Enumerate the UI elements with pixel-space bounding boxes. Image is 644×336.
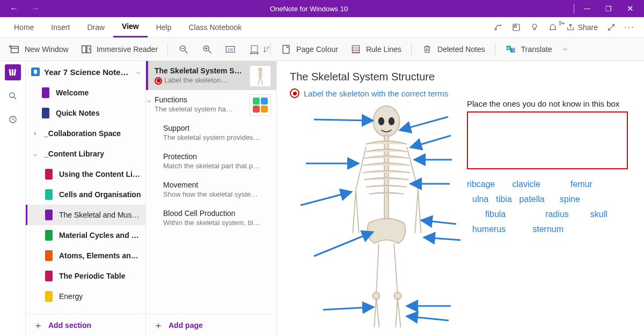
svg-rect-10 <box>283 45 289 53</box>
chevron-icon: ⌵ <box>30 150 40 158</box>
svg-line-40 <box>424 237 460 240</box>
more-icon[interactable]: ··· <box>620 23 639 32</box>
translate-button[interactable]: a字 Translate <box>501 41 557 57</box>
share-button[interactable]: Share <box>562 23 602 32</box>
back-button[interactable]: ← <box>3 4 25 13</box>
chevron-icon: › <box>30 130 40 137</box>
new-window-button[interactable]: New Window <box>4 41 73 57</box>
svg-text:a: a <box>507 46 509 50</box>
svg-line-36 <box>411 136 451 147</box>
section-item[interactable]: The Periodic Table <box>26 266 145 286</box>
page-item[interactable]: Blood Cell ProductionWithin the skeletal… <box>146 204 276 232</box>
page-item[interactable]: MovementShow how the skeletal syste… <box>146 175 276 204</box>
section-item[interactable]: Atoms, Elements and… <box>26 245 145 266</box>
tab-insert[interactable]: Insert <box>42 17 78 38</box>
term-chip[interactable]: patella <box>519 195 545 204</box>
translate-dropdown[interactable] <box>560 46 570 53</box>
tab-draw[interactable]: Draw <box>78 17 113 38</box>
term-chip[interactable]: ulna <box>472 195 488 204</box>
section-tab-icon <box>45 169 53 180</box>
section-item[interactable]: Material Cycles and En… <box>26 225 145 245</box>
zoom-out-button[interactable] <box>173 41 194 57</box>
page-width-button[interactable] <box>244 41 265 57</box>
section-group[interactable]: ›_Collaboration Space <box>26 123 145 144</box>
tab-home[interactable]: Home <box>5 17 42 38</box>
page-title[interactable]: The Skeletal System Structure <box>290 71 631 83</box>
page-body[interactable]: Place the ones you do not know in this b… <box>290 98 631 328</box>
activity-panel: Place the ones you do not know in this b… <box>467 99 628 237</box>
search-icon[interactable] <box>5 88 21 104</box>
section-label: Quick Notes <box>56 109 141 117</box>
bell-icon[interactable]: 9+ <box>544 23 562 32</box>
page-preview: The skeletal system provides… <box>155 133 269 141</box>
section-tab-icon <box>45 189 53 200</box>
rule-lines-button[interactable]: Rule Lines <box>346 41 406 57</box>
term-chip[interactable]: skull <box>590 210 608 219</box>
section-label: Material Cycles and En… <box>59 231 141 240</box>
minimize-button[interactable]: — <box>576 5 598 12</box>
page-canvas[interactable]: The Skeletal System Structure Label the … <box>277 61 644 336</box>
add-section-button[interactable]: ＋Add section <box>26 313 145 336</box>
close-button[interactable]: ✕ <box>619 4 641 13</box>
term-chip[interactable]: fibula <box>485 210 506 219</box>
task-line[interactable]: Label the skeleton with the correct term… <box>290 88 631 98</box>
fullscreen-icon[interactable] <box>602 23 620 32</box>
label-arrows <box>290 98 467 334</box>
term-chip[interactable]: spine <box>560 195 580 204</box>
zoom-out-icon <box>178 43 189 55</box>
page-item[interactable]: ProtectionMatch the skeletal part that p… <box>146 147 276 175</box>
section-item[interactable]: Quick Notes <box>26 103 145 123</box>
sort-pages-icon[interactable] <box>262 45 271 55</box>
zoom-in-button[interactable] <box>197 41 217 57</box>
section-label: Using the Content Lib… <box>59 170 141 178</box>
maximize-button[interactable]: ❐ <box>598 5 619 13</box>
todo-tag-icon[interactable] <box>290 88 299 98</box>
chevron-down-icon: ⌵ <box>136 68 140 76</box>
term-chip[interactable]: humerus <box>472 225 506 234</box>
recent-icon[interactable] <box>5 111 21 128</box>
page-item[interactable]: The Skeletal System St…Label the skeleto… <box>146 61 276 90</box>
deleted-notes-button[interactable]: Deleted Notes <box>417 41 489 57</box>
svg-line-30 <box>314 120 373 121</box>
tab-view[interactable]: View <box>113 17 148 38</box>
sync-icon[interactable] <box>489 23 507 32</box>
page-item[interactable]: ⌵FunctionsThe skeletal system ha… <box>146 90 276 118</box>
svg-point-22 <box>258 68 262 72</box>
page-colour-button[interactable]: Page Colour <box>276 41 342 57</box>
forward-button[interactable]: → <box>25 4 46 13</box>
zoom-100-button[interactable]: 100 <box>221 41 241 57</box>
content-area: Year 7 Science Notebook ⌵ WelcomeQuick N… <box>0 61 644 336</box>
svg-line-34 <box>323 307 374 310</box>
term-chip[interactable]: clavicle <box>512 180 540 189</box>
feed-icon[interactable] <box>507 23 525 32</box>
unknown-terms-box[interactable] <box>467 111 628 169</box>
new-window-icon <box>9 43 20 55</box>
add-page-button[interactable]: ＋Add page <box>146 313 276 336</box>
section-item[interactable]: Cells and Organisation <box>26 184 145 205</box>
tab-class-notebook[interactable]: Class Notebook <box>180 17 251 38</box>
lightbulb-icon[interactable] <box>525 23 544 32</box>
term-chip[interactable]: femur <box>570 180 592 189</box>
term-chip[interactable]: ribcage <box>467 180 495 189</box>
section-label: Welcome <box>56 88 141 97</box>
immersive-reader-button[interactable]: Immersive Reader <box>76 41 162 57</box>
section-label: The Periodic Table <box>59 272 141 280</box>
section-item[interactable]: Energy <box>26 286 145 307</box>
section-item[interactable]: Using the Content Lib… <box>26 164 145 184</box>
tab-help[interactable]: Help <box>148 17 180 38</box>
term-chip[interactable]: sternum <box>532 225 564 234</box>
page-title-label: Support <box>155 124 269 132</box>
section-item[interactable]: The Skeletal and Musc… <box>26 205 145 225</box>
section-group[interactable]: ⌵_Content Library <box>26 144 145 164</box>
svg-text:100: 100 <box>228 48 233 51</box>
notebook-picker[interactable]: Year 7 Science Notebook ⌵ <box>26 61 145 83</box>
page-item[interactable]: SupportThe skeletal system provides… <box>146 118 276 147</box>
dropbox-label: Place the ones you do not know in this b… <box>467 99 628 108</box>
term-chip[interactable]: radius <box>545 210 569 219</box>
notebooks-icon[interactable] <box>5 64 21 80</box>
term-chip[interactable]: tibia <box>496 195 511 204</box>
section-item[interactable]: Welcome <box>26 83 145 103</box>
section-tab-icon <box>42 108 49 118</box>
svg-point-0 <box>495 28 496 30</box>
section-label: The Skeletal and Musc… <box>59 211 141 219</box>
